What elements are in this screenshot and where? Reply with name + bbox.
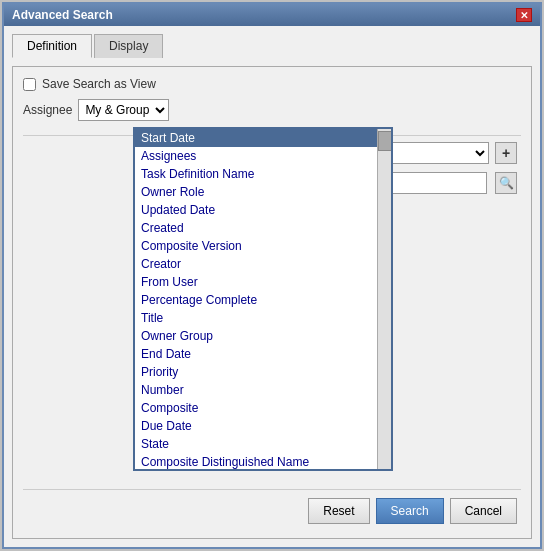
dropdown-item-composite[interactable]: Composite: [135, 399, 377, 417]
dropdown-item-owner-role[interactable]: Owner Role: [135, 183, 377, 201]
advanced-search-window: Advanced Search ✕ Definition Display Sav…: [2, 2, 542, 549]
cancel-button[interactable]: Cancel: [450, 498, 517, 524]
reset-button[interactable]: Reset: [308, 498, 369, 524]
dropdown-item-owner-group[interactable]: Owner Group: [135, 327, 377, 345]
dropdown-item-assignees[interactable]: Assignees: [135, 147, 377, 165]
dropdown-item-composite-distinguished-name[interactable]: Composite Distinguished Name: [135, 453, 377, 469]
tab-display[interactable]: Display: [94, 34, 163, 58]
bottom-buttons: Reset Search Cancel: [23, 489, 521, 528]
save-search-label: Save Search as View: [42, 77, 156, 91]
save-search-row: Save Search as View: [23, 77, 521, 91]
assignee-label: Assignee: [23, 103, 72, 117]
dropdown-item-creator[interactable]: Creator: [135, 255, 377, 273]
dropdown-scrollbar[interactable]: [377, 129, 391, 469]
dropdown-item-start-date[interactable]: Start Date: [135, 129, 377, 147]
tab-bar: Definition Display: [12, 34, 532, 58]
scrollbar-thumb: [378, 131, 391, 151]
close-button[interactable]: ✕: [516, 8, 532, 22]
dropdown-item-composite-version[interactable]: Composite Version: [135, 237, 377, 255]
dropdown-item-state[interactable]: State: [135, 435, 377, 453]
save-search-checkbox[interactable]: [23, 78, 36, 91]
window-title: Advanced Search: [12, 8, 113, 22]
dropdown-item-task-definition-name[interactable]: Task Definition Name: [135, 165, 377, 183]
assignee-select[interactable]: My & Group: [78, 99, 169, 121]
search-button[interactable]: Search: [376, 498, 444, 524]
dropdown-item-created[interactable]: Created: [135, 219, 377, 237]
panel-content: Save Search as View Assignee My & Group …: [12, 66, 532, 539]
task-type-search-button[interactable]: 🔍: [495, 172, 517, 194]
dropdown-item-due-date[interactable]: Due Date: [135, 417, 377, 435]
title-bar: Advanced Search ✕: [4, 4, 540, 26]
dropdown-item-priority[interactable]: Priority: [135, 363, 377, 381]
add-condition-button[interactable]: +: [495, 142, 517, 164]
dropdown-item-end-date[interactable]: End Date: [135, 345, 377, 363]
assignee-row: Assignee My & Group: [23, 99, 521, 121]
dropdown-list[interactable]: Start Date Assignees Task Definition Nam…: [135, 129, 377, 469]
search-icon: 🔍: [499, 176, 514, 190]
dropdown-item-number[interactable]: Number: [135, 381, 377, 399]
dropdown-item-from-user[interactable]: From User: [135, 273, 377, 291]
dropdown-item-percentage-complete[interactable]: Percentage Complete: [135, 291, 377, 309]
tab-definition[interactable]: Definition: [12, 34, 92, 58]
dropdown-item-title[interactable]: Title: [135, 309, 377, 327]
window-content: Definition Display Save Search as View A…: [4, 26, 540, 547]
dropdown-item-updated-date[interactable]: Updated Date: [135, 201, 377, 219]
condition-dropdown: Start Date Assignees Task Definition Nam…: [133, 127, 393, 471]
